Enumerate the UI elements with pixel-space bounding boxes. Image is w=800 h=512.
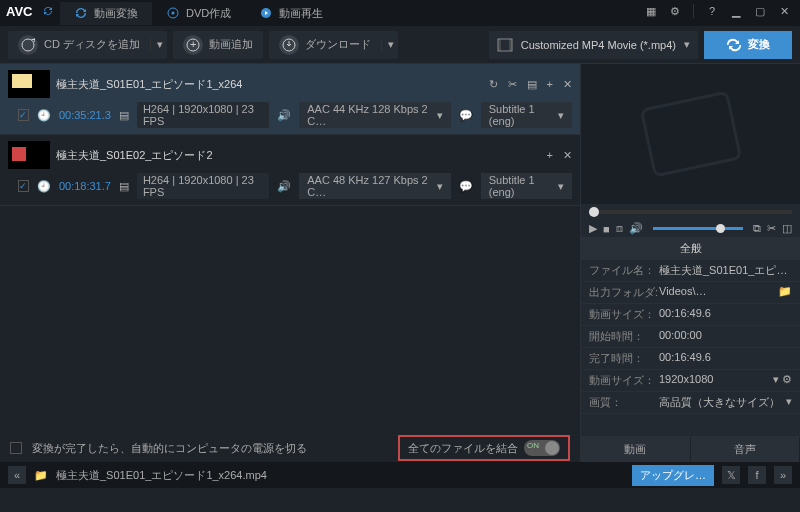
file-name: 極主夫道_S01E02_エピソード2 <box>56 148 541 163</box>
prop-end: 00:16:49.6 <box>659 351 792 366</box>
prop-res: 1920x1080 <box>659 373 773 388</box>
prev-button[interactable]: « <box>8 466 26 484</box>
svg-text:+: + <box>190 38 196 50</box>
tab-dvd-create[interactable]: DVD作成 <box>152 2 245 25</box>
snapshot-button[interactable]: ⧈ <box>616 222 623 235</box>
audio-select[interactable]: AAC 44 KHz 128 Kbps 2 C… ▾ <box>299 102 451 128</box>
refresh-icon[interactable] <box>40 3 56 19</box>
clock-icon: 🕘 <box>37 180 51 193</box>
thumbnail <box>8 141 50 169</box>
audio-icon: 🔊 <box>277 109 291 122</box>
add-icon[interactable]: + <box>547 149 553 161</box>
share-facebook[interactable]: f <box>748 466 766 484</box>
seek-bar[interactable] <box>589 210 792 214</box>
prop-folder: Videos\… <box>659 285 778 300</box>
status-file: 極主夫道_S01E01_エピソード1_x264.mp4 <box>56 468 267 483</box>
subtitle-select[interactable]: Subtitle 1 (eng) ▾ <box>481 102 572 128</box>
svg-text:+: + <box>31 38 35 45</box>
subtitle-icon: 💬 <box>459 109 473 122</box>
clock-icon: 🕘 <box>37 109 51 122</box>
merge-toggle[interactable]: ON <box>524 440 560 456</box>
volume-icon[interactable]: 🔊 <box>629 222 643 235</box>
svg-rect-10 <box>509 39 512 51</box>
remove-icon[interactable]: ✕ <box>563 149 572 162</box>
disc-plus-icon: + <box>18 35 38 55</box>
maximize-icon[interactable]: ▢ <box>752 3 768 19</box>
repeat-icon[interactable]: ⧉ <box>753 222 761 235</box>
crop-icon[interactable]: ◫ <box>782 222 792 235</box>
duration: 00:35:21.3 <box>59 109 111 121</box>
stop-button[interactable]: ■ <box>603 223 610 235</box>
menu-icon[interactable]: ▦ <box>643 3 659 19</box>
film-placeholder-icon <box>639 90 742 177</box>
video-icon: ▤ <box>119 109 129 122</box>
prop-start: 00:00:00 <box>659 329 792 344</box>
convert-button[interactable]: 変換 <box>704 31 792 59</box>
share-twitter[interactable]: 𝕏 <box>722 466 740 484</box>
prop-quality: 高品質（大きなサイズ） <box>659 395 786 410</box>
prop-filename: 極主夫道_S01E01_エピソー… <box>659 263 792 278</box>
settings-icon[interactable]: ⚙ <box>667 3 683 19</box>
codec-info: H264 | 1920x1080 | 23 FPS <box>137 102 269 128</box>
merge-label: 全てのファイルを結合 <box>408 441 518 456</box>
chevron-down-icon: ▾ <box>684 38 690 51</box>
svg-rect-9 <box>498 39 501 51</box>
refresh-icon[interactable]: ↻ <box>489 78 498 91</box>
checkbox[interactable]: ✓ <box>18 180 29 192</box>
video-plus-icon: + <box>183 35 203 55</box>
convert-icon <box>726 38 742 52</box>
list-item[interactable]: 極主夫道_S01E02_エピソード2 + ✕ ✓ 🕘 00:18:31.7 ▤ … <box>0 135 580 206</box>
chevron-down-icon[interactable]: ▾ <box>381 38 394 51</box>
remove-icon[interactable]: ✕ <box>563 78 572 91</box>
svg-point-1 <box>172 12 175 15</box>
tab-video-play[interactable]: 動画再生 <box>245 2 337 25</box>
add-video-button[interactable]: + 動画追加 <box>173 31 263 59</box>
tab-video-convert[interactable]: 動画変換 <box>60 2 152 25</box>
list-item[interactable]: 極主夫道_S01E01_エピソード1_x264 ↻ ✂ ▤ + ✕ ✓ 🕘 00… <box>0 64 580 135</box>
film-icon <box>497 38 513 52</box>
upgrade-button[interactable]: アップグレ… <box>632 465 714 486</box>
codec-info: H264 | 1920x1080 | 23 FPS <box>137 173 269 199</box>
props-header: 全般 <box>581 237 800 260</box>
video-icon: ▤ <box>119 180 129 193</box>
add-icon[interactable]: + <box>547 78 553 90</box>
shutdown-label: 変換が完了したら、自動的にコンピュータの電源を切る <box>32 441 307 456</box>
download-icon <box>279 35 299 55</box>
play-button[interactable]: ▶ <box>589 222 597 235</box>
folder-icon[interactable]: 📁 <box>778 285 792 300</box>
cut-icon[interactable]: ✂ <box>767 222 776 235</box>
output-format-select[interactable]: Customized MP4 Movie (*.mp4) ▾ <box>489 31 698 59</box>
add-disc-button[interactable]: + CD ディスクを追加 ▾ <box>8 31 167 59</box>
merge-toggle-area[interactable]: 全てのファイルを結合 ON <box>398 435 570 461</box>
subtitle-select[interactable]: Subtitle 1 (eng) ▾ <box>481 173 572 199</box>
play-icon <box>259 6 273 20</box>
close-icon[interactable]: ✕ <box>776 3 792 19</box>
convert-icon <box>74 6 88 20</box>
volume-slider[interactable] <box>653 227 743 230</box>
app-logo: AVC <box>6 4 32 19</box>
next-button[interactable]: » <box>774 466 792 484</box>
tab-video-props[interactable]: 動画 <box>581 437 691 462</box>
subtitle-icon: 💬 <box>459 180 473 193</box>
minimize-icon[interactable]: ▁ <box>728 3 744 19</box>
cut-icon[interactable]: ✂ <box>508 78 517 91</box>
audio-icon: 🔊 <box>277 180 291 193</box>
chevron-down-icon[interactable]: ▾ <box>150 38 163 51</box>
tab-audio-props[interactable]: 音声 <box>691 437 801 462</box>
folder-icon[interactable]: 📁 <box>34 469 48 482</box>
download-button[interactable]: ダウンロード ▾ <box>269 31 398 59</box>
shutdown-checkbox[interactable] <box>10 442 22 454</box>
thumbnail <box>8 70 50 98</box>
file-name: 極主夫道_S01E01_エピソード1_x264 <box>56 77 483 92</box>
edit-icon[interactable]: ▤ <box>527 78 537 91</box>
disc-icon <box>166 6 180 20</box>
checkbox[interactable]: ✓ <box>18 109 29 121</box>
audio-select[interactable]: AAC 48 KHz 127 Kbps 2 C… ▾ <box>299 173 451 199</box>
file-list: 極主夫道_S01E01_エピソード1_x264 ↻ ✂ ▤ + ✕ ✓ 🕘 00… <box>0 64 580 462</box>
preview-pane <box>581 64 800 204</box>
help-icon[interactable]: ? <box>704 3 720 19</box>
duration: 00:18:31.7 <box>59 180 111 192</box>
prop-size: 00:16:49.6 <box>659 307 792 322</box>
